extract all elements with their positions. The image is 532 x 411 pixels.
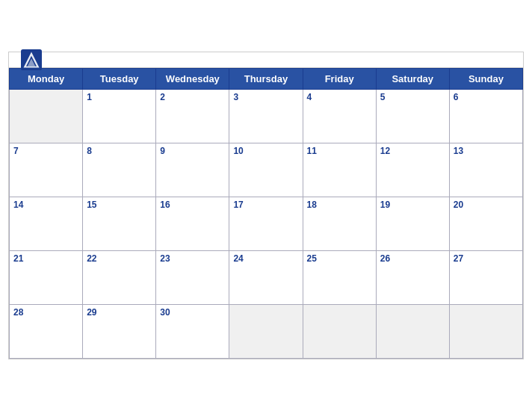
calendar-cell: 10 (229, 143, 303, 197)
calendar-cell: 15 (83, 197, 156, 251)
day-number: 7 (13, 146, 19, 156)
calendar-cell: 3 (229, 90, 303, 143)
calendar-cell: 14 (10, 197, 83, 251)
calendar-cell: 4 (303, 90, 376, 143)
day-number: 9 (160, 146, 165, 156)
week-row-1: 123456 (10, 90, 523, 143)
day-number: 12 (380, 146, 390, 156)
calendar-cell: 16 (156, 197, 229, 251)
day-number: 24 (233, 253, 243, 264)
calendar-cell: 19 (376, 197, 449, 251)
calendar-cell: 28 (10, 305, 83, 359)
week-row-3: 14151617181920 (10, 197, 523, 251)
week-row-4: 21222324252627 (10, 251, 523, 305)
calendar-cell: 25 (303, 251, 376, 305)
day-number: 23 (160, 253, 170, 264)
calendar-cell: 17 (229, 197, 303, 251)
day-number: 16 (160, 200, 170, 210)
calendar-cell: 1 (83, 90, 156, 143)
calendar-cell: 8 (83, 143, 156, 197)
day-number: 29 (87, 307, 96, 318)
calendar-cell: 29 (83, 305, 156, 359)
logo-area (21, 49, 45, 70)
day-number: 27 (454, 253, 463, 264)
day-number: 5 (380, 92, 386, 102)
day-number: 17 (233, 200, 243, 210)
day-number: 14 (13, 200, 23, 210)
calendar-cell: 2 (156, 90, 229, 143)
day-number: 8 (87, 146, 92, 156)
calendar-cell: 23 (156, 251, 229, 305)
calendar-cell (376, 305, 449, 359)
calendar-cell: 24 (229, 251, 303, 305)
day-number: 20 (454, 200, 463, 210)
calendar-cell: 26 (376, 251, 449, 305)
calendar-cell: 12 (376, 143, 449, 197)
calendar-cell (303, 305, 376, 359)
day-number: 22 (87, 253, 96, 264)
weekday-header-thursday: Thursday (229, 69, 303, 90)
calendar-cell: 21 (10, 251, 83, 305)
weekday-header-saturday: Saturday (376, 69, 449, 90)
calendar-header (9, 52, 523, 68)
weekday-header-sunday: Sunday (449, 69, 522, 90)
day-number: 30 (160, 307, 170, 318)
week-row-2: 78910111213 (10, 143, 523, 197)
day-number: 11 (307, 146, 317, 156)
calendar-cell: 7 (10, 143, 83, 197)
day-number: 4 (307, 92, 312, 102)
calendar-cell (229, 305, 303, 359)
calendar-cell: 30 (156, 305, 229, 359)
weekday-header-friday: Friday (303, 69, 376, 90)
weekday-header-row: MondayTuesdayWednesdayThursdayFridaySatu… (10, 69, 523, 90)
week-row-5: 282930 (10, 305, 523, 359)
calendar-cell (10, 90, 83, 143)
calendar-cell: 22 (83, 251, 156, 305)
weekday-header-tuesday: Tuesday (83, 69, 156, 90)
calendar-table: MondayTuesdayWednesdayThursdayFridaySatu… (9, 68, 523, 359)
day-number: 6 (454, 92, 459, 102)
calendar-cell: 11 (303, 143, 376, 197)
generalblue-logo-icon (21, 49, 42, 70)
day-number: 19 (380, 200, 390, 210)
day-number: 2 (160, 92, 165, 102)
weekday-header-wednesday: Wednesday (156, 69, 229, 90)
calendar-cell: 5 (376, 90, 449, 143)
day-number: 15 (87, 200, 96, 210)
calendar-container: MondayTuesdayWednesdayThursdayFridaySatu… (8, 52, 524, 359)
calendar-cell: 9 (156, 143, 229, 197)
day-number: 28 (13, 307, 23, 318)
day-number: 18 (307, 200, 317, 210)
day-number: 10 (233, 146, 243, 156)
day-number: 21 (13, 253, 23, 264)
calendar-cell: 18 (303, 197, 376, 251)
day-number: 1 (87, 92, 92, 102)
calendar-cell (449, 305, 522, 359)
weekday-header-monday: Monday (10, 69, 83, 90)
calendar-cell: 27 (449, 251, 522, 305)
day-number: 3 (233, 92, 238, 102)
day-number: 25 (307, 253, 317, 264)
calendar-cell: 13 (449, 143, 522, 197)
calendar-cell: 20 (449, 197, 522, 251)
day-number: 26 (380, 253, 390, 264)
calendar-cell: 6 (449, 90, 522, 143)
day-number: 13 (454, 146, 463, 156)
